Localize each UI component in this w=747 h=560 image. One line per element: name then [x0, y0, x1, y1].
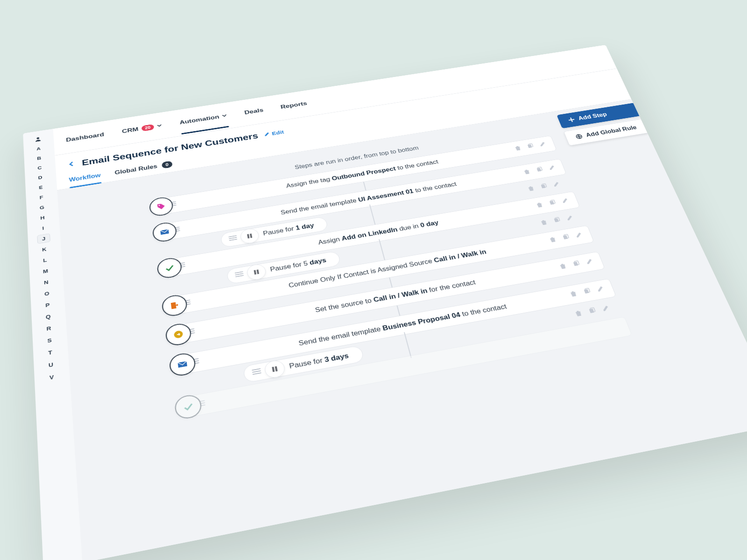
copy-icon[interactable] [539, 183, 549, 191]
side-actions: Add Step Add Global Rule [557, 103, 649, 146]
nav-label: Reports [280, 100, 308, 110]
connector [369, 204, 376, 226]
alpha-letter-k[interactable]: K [38, 244, 51, 254]
pause-icon [240, 227, 260, 245]
drag-handle-icon[interactable] [228, 235, 238, 243]
chevron-down-icon [156, 122, 162, 129]
edit-icon[interactable] [585, 258, 594, 266]
step-ops [522, 164, 557, 176]
alpha-letter-o[interactable]: O [41, 288, 54, 298]
drag-handle-icon[interactable] [252, 368, 262, 377]
alpha-letter-d[interactable]: D [34, 173, 46, 182]
alpha-letter-n[interactable]: N [40, 277, 52, 287]
tab-label: Global Rules [114, 163, 158, 176]
nav-deals[interactable]: Deals [244, 107, 264, 116]
nav-label: Automation [179, 113, 220, 126]
step-text: Pause for 1 day [262, 222, 315, 237]
nav-automation[interactable]: Automation [179, 112, 228, 126]
alpha-letter-r[interactable]: R [42, 322, 55, 333]
copy-icon[interactable] [548, 199, 557, 207]
edit-icon[interactable] [574, 231, 584, 240]
drag-handle-icon[interactable] [235, 271, 244, 279]
button-label: Add Global Rule [585, 124, 638, 138]
alpha-letter-m[interactable]: M [39, 266, 52, 276]
step-ops [574, 304, 611, 318]
alpha-letter-f[interactable]: F [35, 192, 48, 202]
step-text: Pause for 3 days [289, 352, 349, 370]
nav-dashboard[interactable]: Dashboard [66, 131, 105, 143]
step-ops [535, 197, 570, 209]
chevron-down-icon [221, 112, 227, 119]
pause-icon [263, 359, 286, 379]
alpha-letter-i[interactable]: I [37, 223, 49, 233]
step-ops [514, 141, 547, 152]
alpha-letter-j[interactable]: J [37, 233, 50, 243]
button-label: Add Step [578, 111, 608, 121]
alpha-letter-e[interactable]: E [35, 182, 47, 192]
edit-button[interactable]: Edit [263, 129, 284, 137]
step-ops [558, 258, 595, 271]
edit-icon[interactable] [565, 214, 575, 222]
nav-label: CRM [122, 126, 139, 134]
edit-icon[interactable] [548, 164, 557, 172]
delete-icon[interactable] [574, 309, 584, 318]
delete-icon[interactable] [527, 185, 536, 193]
connector [397, 305, 401, 315]
arrow-circle-icon [164, 322, 192, 347]
alpha-letter-l[interactable]: L [39, 255, 51, 265]
check-icon [174, 393, 203, 420]
alpha-letter-s[interactable]: S [43, 335, 56, 346]
alpha-letter-a[interactable]: A [33, 144, 44, 153]
crm-badge: 20 [141, 124, 154, 131]
nav-label: Deals [244, 107, 264, 116]
connector [363, 182, 366, 190]
alpha-letter-u[interactable]: U [44, 359, 58, 370]
edit-label: Edit [271, 129, 284, 136]
connector [379, 239, 386, 262]
alpha-letter-v[interactable]: V [45, 371, 58, 383]
edit-icon[interactable] [561, 197, 570, 205]
alpha-letter-c[interactable]: C [34, 163, 45, 172]
delete-icon[interactable] [539, 219, 549, 227]
edit-icon[interactable] [601, 304, 611, 313]
person-icon[interactable] [35, 136, 42, 143]
tab-label: Workflow [69, 172, 101, 183]
alpha-letter-t[interactable]: T [43, 347, 57, 358]
copy-icon[interactable] [582, 287, 592, 296]
step-text: Pause for 5 days [269, 257, 327, 273]
step-ops [548, 231, 584, 244]
door-icon [161, 293, 189, 317]
nav-crm[interactable]: CRM 20 [122, 122, 162, 134]
edit-icon[interactable] [538, 141, 547, 148]
step-ops [569, 285, 606, 299]
pause-icon [246, 263, 267, 280]
alpha-letter-h[interactable]: H [36, 213, 49, 222]
copy-icon[interactable] [526, 143, 535, 150]
app-window: ABCDEFGHIJKLMNOPQRSTUV Dashboard CRM 20 … [23, 45, 747, 560]
copy-icon[interactable] [535, 166, 544, 174]
alpha-letter-b[interactable]: B [33, 154, 45, 162]
nav-reports[interactable]: Reports [280, 100, 308, 110]
connector [404, 332, 412, 358]
copy-icon[interactable] [552, 217, 562, 224]
copy-icon[interactable] [571, 260, 581, 268]
copy-icon[interactable] [561, 233, 571, 242]
tag-icon [148, 196, 174, 217]
alpha-letter-g[interactable]: G [36, 203, 48, 212]
copy-icon[interactable] [587, 307, 598, 315]
step-ops [527, 181, 561, 193]
nav-label: Dashboard [66, 131, 105, 143]
alpha-letter-q[interactable]: Q [42, 311, 55, 322]
global-rules-count: 0 [161, 161, 173, 168]
edit-icon[interactable] [596, 285, 606, 294]
connector [389, 277, 393, 287]
edit-icon[interactable] [552, 181, 561, 189]
alpha-letter-p[interactable]: P [41, 300, 54, 310]
step-ops [539, 214, 575, 227]
back-button[interactable] [68, 160, 76, 168]
